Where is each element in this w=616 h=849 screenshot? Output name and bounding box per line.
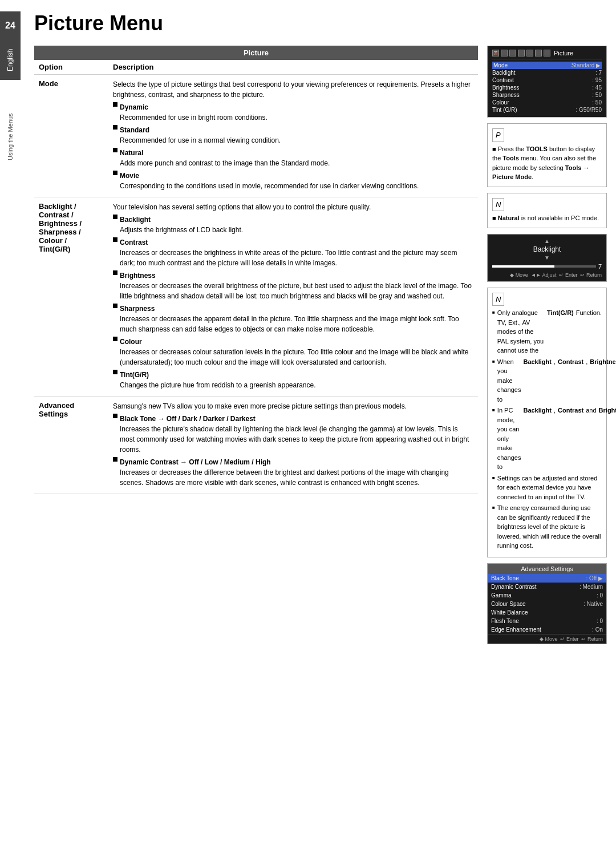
desc-backlight: Your television has several setting opti… bbox=[108, 197, 478, 397]
bullet-blacktone: Black Tone → Off / Dark / Darker / Darke… bbox=[113, 414, 473, 455]
note3-list: Only analogue TV, Ext., AV modes of the … bbox=[492, 308, 602, 551]
note-multi: N Only analogue TV, Ext., AV modes of th… bbox=[487, 288, 607, 557]
bullet-sharpness: SharpnessIncreases or decreases the appa… bbox=[113, 304, 473, 334]
tv-label-tint: Tint (G/R) bbox=[492, 107, 517, 113]
tv-label-sharpness: Sharpness bbox=[492, 92, 520, 98]
advanced-intro: Samsung's new TVs allow you to make even… bbox=[113, 401, 473, 411]
adv-row-gamma: Gamma : 0 bbox=[488, 591, 606, 600]
tv-val-contrast: : 95 bbox=[592, 77, 602, 83]
tv-screen-picture: 🌋 Picture Mode Standard ▶ Backligh bbox=[487, 46, 607, 118]
tv-label-colour: Colour bbox=[492, 99, 509, 106]
note1-text: ■ Press the TOOLS button to display the … bbox=[492, 144, 602, 182]
tv-label-brightness: Brightness bbox=[492, 84, 519, 91]
tv-val-sharpness: : 50 bbox=[592, 92, 602, 98]
adv-title: Advanced Settings bbox=[488, 564, 606, 574]
adv-val-gamma: : 0 bbox=[597, 592, 603, 599]
tv-row-mode: Mode Standard ▶ bbox=[492, 62, 602, 69]
page-title: Picture Menu bbox=[34, 11, 607, 35]
tv-val-backlight: : 7 bbox=[595, 70, 602, 76]
adv-row-whitebalance: White Balance bbox=[488, 608, 606, 617]
note2-text: ■ Natural is not available in PC mode. bbox=[492, 213, 602, 223]
mode-intro: Selects the type of picture settings tha… bbox=[113, 79, 473, 100]
adv-val-colourspace: : Native bbox=[583, 601, 603, 607]
option-advanced: Advanced Settings bbox=[34, 397, 108, 494]
adv-label-gamma: Gamma bbox=[491, 592, 512, 599]
col-option-header: Option bbox=[34, 60, 108, 75]
tv-val-colour: : 50 bbox=[592, 99, 602, 106]
adv-val-blacktone: : Off ▶ bbox=[586, 575, 603, 581]
tv-val-tint: : G50/R50 bbox=[576, 107, 602, 113]
slider-box: ▲ Backlight ▼ 7 ◆ Move ◄► Adjust ↵ Enter… bbox=[487, 234, 607, 282]
note-tools: P ■ Press the TOOLS button to display th… bbox=[487, 123, 607, 187]
adv-label-whitebalance: White Balance bbox=[491, 609, 528, 616]
section-label: Using the Menus bbox=[0, 103, 21, 171]
tv-label-mode: Mode bbox=[493, 62, 508, 68]
table-row: Mode Selects the type of picture setting… bbox=[34, 75, 478, 197]
bullet-natural: NaturalAdds more punch and contrast to t… bbox=[113, 148, 473, 168]
right-panels: 🌋 Picture Mode Standard ▶ Backligh bbox=[487, 46, 607, 644]
note2-icon: N bbox=[492, 198, 504, 212]
note1-icon: P bbox=[492, 128, 504, 142]
option-backlight: Backlight /Contrast /Brightness /Sharpne… bbox=[34, 197, 108, 397]
bullet-standard: StandardRecommended for use in a normal … bbox=[113, 125, 473, 145]
language-label: English bbox=[0, 40, 21, 80]
adv-row-blacktone: Black Tone : Off ▶ bbox=[488, 574, 606, 583]
table-header: Picture bbox=[34, 46, 478, 60]
side-tab: 24 English Using the Menus bbox=[0, 0, 23, 849]
adv-row-edge: Edge Enhancement : On bbox=[488, 625, 606, 634]
tv-row-sharpness: Sharpness : 50 bbox=[492, 91, 602, 99]
col-description-header: Description bbox=[108, 60, 478, 75]
tv-val-mode: Standard ▶ bbox=[572, 62, 601, 68]
desc-mode: Selects the type of picture settings tha… bbox=[108, 75, 478, 197]
desc-advanced: Samsung's new TVs allow you to make even… bbox=[108, 397, 478, 494]
picture-table: Picture Option Description Mode Selects … bbox=[34, 46, 478, 494]
tv-row-colour: Colour : 50 bbox=[492, 99, 602, 106]
list-item: When you make changes to Backlight, Cont… bbox=[492, 357, 602, 405]
slider-value: 7 bbox=[598, 263, 602, 270]
adv-val-edge: : On bbox=[592, 626, 603, 633]
list-item: The energy consumed during use can be si… bbox=[492, 503, 602, 551]
adv-label-blacktone: Black Tone bbox=[491, 575, 519, 581]
option-mode: Mode bbox=[34, 75, 108, 197]
bullet-dynamic: DynamicRecommended for use in bright roo… bbox=[113, 102, 473, 123]
tv-screen-title: Picture bbox=[554, 50, 573, 56]
adv-label-colourspace: Colour Space bbox=[491, 601, 526, 607]
adv-val-fleshtone: : 0 bbox=[597, 618, 603, 624]
slider-nav: ◆ Move ◄► Adjust ↵ Enter ↩ Return bbox=[492, 272, 602, 278]
adv-label-edge: Edge Enhancement bbox=[491, 626, 541, 633]
bullet-colour: ColourIncreases or decreases colour satu… bbox=[113, 337, 473, 367]
bullet-dyncontrast: Dynamic Contrast → Off / Low / Medium / … bbox=[113, 457, 473, 488]
bullet-movie: MovieCorresponding to the conditions use… bbox=[113, 171, 473, 191]
adv-row-dyncontrast: Dynamic Contrast : Medium bbox=[488, 583, 606, 591]
main-table-container: Picture Option Description Mode Selects … bbox=[34, 46, 478, 644]
tv-row-contrast: Contrast : 95 bbox=[492, 76, 602, 84]
slider-title: Backlight bbox=[533, 245, 561, 253]
bullet-backlight: BacklightAdjusts the brightness of LCD b… bbox=[113, 215, 473, 235]
adv-label-dyncontrast: Dynamic Contrast bbox=[491, 584, 536, 590]
note3-icon: N bbox=[492, 293, 504, 306]
adv-label-fleshtone: Flesh Tone bbox=[491, 618, 519, 624]
table-row: Backlight /Contrast /Brightness /Sharpne… bbox=[34, 197, 478, 397]
adv-nav: ◆ Move ↵ Enter ↩ Return bbox=[488, 634, 606, 644]
tv-title-bar: 🌋 Picture bbox=[492, 50, 602, 59]
adv-val-dyncontrast: : Medium bbox=[579, 584, 603, 590]
tv-row-backlight: Backlight : 7 bbox=[492, 69, 602, 76]
adv-settings-panel: Advanced Settings Black Tone : Off ▶ Dyn… bbox=[487, 563, 607, 644]
page-number: 24 bbox=[0, 11, 21, 40]
table-row: Advanced Settings Samsung's new TVs allo… bbox=[34, 397, 478, 494]
tv-label-backlight: Backlight bbox=[492, 70, 516, 76]
adv-row-fleshtone: Flesh Tone : 0 bbox=[488, 617, 606, 625]
list-item: Settings can be adjusted and stored for … bbox=[492, 474, 602, 502]
bullet-tint: Tint(G/R)Changes the picture hue from re… bbox=[113, 370, 473, 390]
bullet-contrast: ContrastIncreases or decreases the brigh… bbox=[113, 237, 473, 268]
tv-label-contrast: Contrast bbox=[492, 77, 514, 83]
bullet-brightness: BrightnessIncreases or decreases the ove… bbox=[113, 270, 473, 301]
note-natural: N ■ Natural is not available in PC mode. bbox=[487, 193, 607, 228]
tv-row-brightness: Brightness : 45 bbox=[492, 84, 602, 91]
list-item: Only analogue TV, Ext., AV modes of the … bbox=[492, 308, 602, 355]
tv-row-tint: Tint (G/R) : G50/R50 bbox=[492, 106, 602, 114]
adv-row-colourspace: Colour Space : Native bbox=[488, 600, 606, 608]
backlight-intro: Your television has several setting opti… bbox=[113, 202, 473, 212]
list-item: In PC mode, you can only make changes to… bbox=[492, 406, 602, 472]
tv-val-brightness: : 45 bbox=[592, 84, 602, 91]
